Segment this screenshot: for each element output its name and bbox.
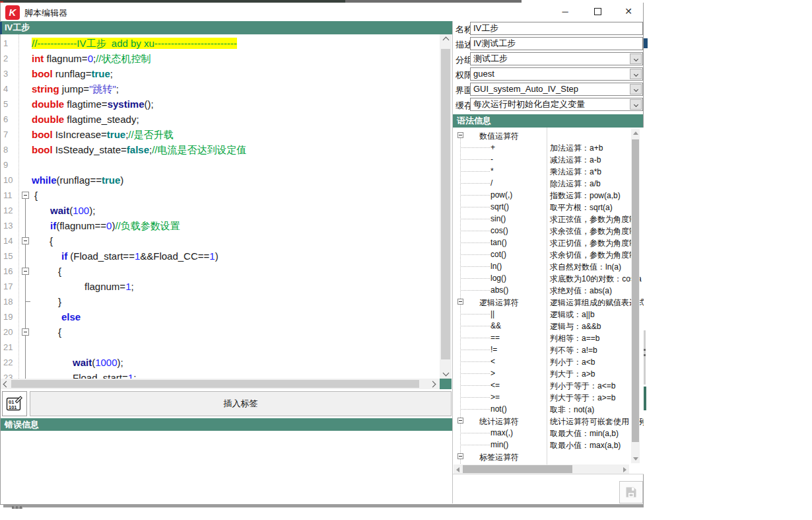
code-line[interactable]: if(flagnum==0)//负载参数设置 <box>1 218 436 233</box>
dropdown-button[interactable] <box>630 84 642 94</box>
tree-row[interactable]: sqrt()取平方根：sqrt(a) <box>453 201 631 213</box>
tree-row[interactable]: pow(,)指数运算：pow(a,b) <box>453 189 631 201</box>
code-line[interactable]: wait(100); <box>1 203 436 218</box>
tree-row[interactable]: max(,)取最大值：min(a,b) <box>453 427 631 439</box>
tree-item-label[interactable]: 数值运算符 <box>479 131 519 142</box>
tree-row[interactable]: log()求底数为10的对数：cos(a <box>453 272 631 284</box>
tree-item-label[interactable]: == <box>491 333 500 342</box>
tree-row[interactable]: ln()求自然对数值：ln(a) <box>453 260 631 272</box>
tree-row[interactable]: /除法运算：a/b <box>453 177 631 189</box>
tree-item-label[interactable]: min() <box>491 440 508 449</box>
tree-row[interactable]: tan()求正切值，参数为角度制: <box>453 237 631 248</box>
tree-row[interactable]: cos()求余弦值，参数为角度制: <box>453 225 631 237</box>
tree-item-label[interactable]: not() <box>491 404 507 414</box>
tree-item-label[interactable]: sin() <box>491 214 506 223</box>
editor-horizontal-scrollbar[interactable] <box>1 379 440 389</box>
tree-item-label[interactable]: >= <box>491 392 500 402</box>
tree-item-label[interactable]: + <box>491 143 495 152</box>
tree-item-label[interactable]: cot() <box>491 250 506 259</box>
tree-row[interactable]: 逻辑运算符逻辑运算组成的赋值表达式 <box>453 296 631 308</box>
scroll-right-button[interactable] <box>427 379 438 389</box>
tree-row[interactable]: abs()求绝对值：abs(a) <box>453 284 631 296</box>
tree-row[interactable]: >=判大于等于：a>=b <box>453 391 631 403</box>
scrollbar-thumb[interactable] <box>463 465 572 473</box>
tree-row[interactable]: <=判小于等于：a<=b <box>453 379 631 391</box>
tree-row[interactable]: >判大于：a>b <box>453 367 631 379</box>
scrollbar-thumb[interactable] <box>11 380 419 388</box>
editor-vertical-scrollbar[interactable] <box>440 34 452 379</box>
triangle-left-icon[interactable] <box>456 467 459 472</box>
tree-row[interactable]: 统计运算符统计运算符可嵌套使用，例 <box>453 415 631 427</box>
tree-item-label[interactable]: > <box>491 369 495 378</box>
code-line[interactable]: bool IsSteady_state=false;//电流是否达到设定值 <box>1 142 436 157</box>
code-line[interactable]: { <box>1 188 436 203</box>
tree-item-label[interactable]: cos() <box>491 226 508 235</box>
code-line[interactable]: while(runflag==true) <box>1 172 436 188</box>
scrollbar-thumb[interactable] <box>632 139 639 442</box>
scroll-up-button[interactable] <box>440 34 452 46</box>
code-line[interactable]: bool runflag=true; <box>1 66 436 81</box>
form-select[interactable]: 测试工步 <box>470 52 643 65</box>
tree-item-label[interactable]: max(,) <box>491 428 513 437</box>
tree-item-label[interactable]: ln() <box>491 262 502 271</box>
tree-row[interactable]: min()取最小值：max(a,b) <box>453 439 631 451</box>
tree-item-label[interactable]: && <box>491 321 501 330</box>
save-button[interactable] <box>619 481 643 503</box>
titlebar[interactable] <box>1 3 643 21</box>
code-line[interactable]: } <box>1 294 436 309</box>
maximize-button[interactable] <box>587 3 608 19</box>
tree-vertical-scrollbar[interactable] <box>631 129 640 463</box>
code-line[interactable]: if (Fload_start==1&&Fload_CC==1) <box>1 248 436 264</box>
form-select[interactable]: GUI_system_Auto_IV_Step <box>470 83 643 96</box>
tree-row[interactable]: &&逻辑与：a&&b <box>453 320 631 332</box>
tree-row[interactable]: 数值运算符 <box>453 130 631 141</box>
tree-item-label[interactable]: pow(,) <box>491 190 512 200</box>
tree-item-label[interactable]: - <box>491 155 493 164</box>
tree-row[interactable]: ||逻辑或：a||b <box>453 308 631 320</box>
tree-item-label[interactable]: 逻辑运算符 <box>479 297 519 309</box>
scrollbar-thumb[interactable] <box>441 49 450 359</box>
tree-item-label[interactable]: abs() <box>491 285 508 295</box>
insert-binary-label-button[interactable]: 01 101 <box>2 391 27 416</box>
tree-horizontal-scrollbar[interactable] <box>454 464 629 474</box>
form-select[interactable]: guest <box>470 67 643 81</box>
tree-collapse-box[interactable] <box>457 132 463 138</box>
tree-item-label[interactable]: || <box>491 309 494 318</box>
code-line[interactable]: flagnum=1; <box>1 279 436 294</box>
tree-item-label[interactable]: / <box>491 178 492 188</box>
tree-item-label[interactable]: log() <box>491 274 506 283</box>
insert-tag-button[interactable]: 插入标签 <box>30 391 452 416</box>
tree-item-label[interactable]: 标签运算符 <box>479 452 519 463</box>
code-line[interactable]: { <box>1 233 436 248</box>
dropdown-button[interactable] <box>630 69 642 79</box>
close-button[interactable]: ✕ <box>618 3 639 19</box>
form-text-input[interactable]: IV测试工步 <box>470 37 643 50</box>
form-text-input[interactable]: IV工步 <box>470 22 643 35</box>
code-line[interactable] <box>1 157 436 172</box>
code-line[interactable]: //------------IV工步 add by xu------------… <box>1 36 436 51</box>
code-line[interactable]: Fload_start=1; <box>1 370 436 379</box>
tree-collapse-box[interactable] <box>457 418 463 424</box>
tree-row[interactable]: -减法运算：a-b <box>453 153 631 165</box>
tree-item-label[interactable]: <= <box>491 381 500 390</box>
tree-row[interactable]: 标签运算符 <box>453 451 631 463</box>
tree-item-label[interactable]: < <box>491 357 495 366</box>
scroll-down-button[interactable] <box>440 367 452 379</box>
tree-collapse-box[interactable] <box>457 453 463 459</box>
code-line[interactable] <box>1 340 436 355</box>
syntax-tree[interactable]: 数值运算符+加法运算：a+b-减法运算：a-b*乘法运算：a*b/除法运算：a/… <box>453 128 644 474</box>
code-line[interactable]: wait(1000); <box>1 355 436 370</box>
triangle-up-icon[interactable] <box>633 131 638 135</box>
tree-item-label[interactable]: 统计运算符 <box>479 416 519 427</box>
tree-row[interactable]: <判小于：a<b <box>453 355 631 367</box>
scroll-left-button[interactable] <box>1 379 11 389</box>
code-line[interactable]: bool IsIncrease=true;//是否升载 <box>1 127 436 142</box>
tree-row[interactable]: not()取非：not(a) <box>453 403 631 415</box>
tree-row[interactable]: !=判不等：a!=b <box>453 344 631 355</box>
tree-item-label[interactable]: sqrt() <box>491 202 509 211</box>
tree-row[interactable]: cot()求余切值，参数为角度制: <box>453 248 631 260</box>
tree-item-label[interactable]: != <box>491 345 497 354</box>
code-line[interactable]: int flagnum=0;//状态机控制 <box>1 51 436 66</box>
code-line[interactable]: { <box>1 324 436 340</box>
triangle-down-icon[interactable] <box>633 457 638 461</box>
